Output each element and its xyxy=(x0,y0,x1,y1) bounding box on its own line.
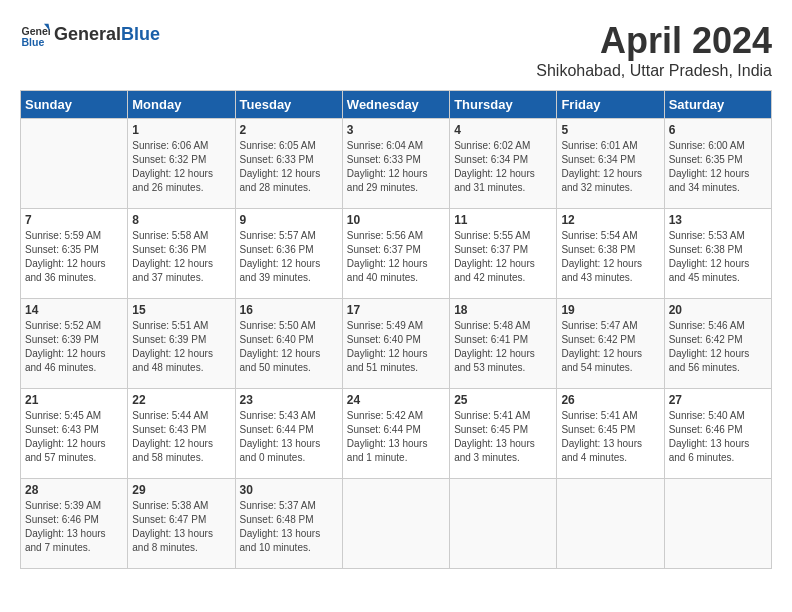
calendar-cell: 20Sunrise: 5:46 AM Sunset: 6:42 PM Dayli… xyxy=(664,299,771,389)
day-info: Sunrise: 5:54 AM Sunset: 6:38 PM Dayligh… xyxy=(561,229,659,285)
month-title: April 2024 xyxy=(536,20,772,62)
calendar-cell: 7Sunrise: 5:59 AM Sunset: 6:35 PM Daylig… xyxy=(21,209,128,299)
day-info: Sunrise: 5:48 AM Sunset: 6:41 PM Dayligh… xyxy=(454,319,552,375)
day-number: 19 xyxy=(561,303,659,317)
day-number: 6 xyxy=(669,123,767,137)
calendar-cell: 25Sunrise: 5:41 AM Sunset: 6:45 PM Dayli… xyxy=(450,389,557,479)
calendar-cell: 10Sunrise: 5:56 AM Sunset: 6:37 PM Dayli… xyxy=(342,209,449,299)
day-info: Sunrise: 5:45 AM Sunset: 6:43 PM Dayligh… xyxy=(25,409,123,465)
calendar-week-row: 21Sunrise: 5:45 AM Sunset: 6:43 PM Dayli… xyxy=(21,389,772,479)
day-info: Sunrise: 5:52 AM Sunset: 6:39 PM Dayligh… xyxy=(25,319,123,375)
calendar-cell: 12Sunrise: 5:54 AM Sunset: 6:38 PM Dayli… xyxy=(557,209,664,299)
day-number: 13 xyxy=(669,213,767,227)
calendar-cell: 11Sunrise: 5:55 AM Sunset: 6:37 PM Dayli… xyxy=(450,209,557,299)
day-info: Sunrise: 5:42 AM Sunset: 6:44 PM Dayligh… xyxy=(347,409,445,465)
svg-text:Blue: Blue xyxy=(22,36,45,48)
logo-general-text: GeneralBlue xyxy=(54,25,160,45)
day-number: 14 xyxy=(25,303,123,317)
day-number: 17 xyxy=(347,303,445,317)
day-info: Sunrise: 5:38 AM Sunset: 6:47 PM Dayligh… xyxy=(132,499,230,555)
day-info: Sunrise: 6:06 AM Sunset: 6:32 PM Dayligh… xyxy=(132,139,230,195)
calendar-cell: 23Sunrise: 5:43 AM Sunset: 6:44 PM Dayli… xyxy=(235,389,342,479)
day-info: Sunrise: 5:41 AM Sunset: 6:45 PM Dayligh… xyxy=(561,409,659,465)
day-number: 12 xyxy=(561,213,659,227)
day-info: Sunrise: 6:02 AM Sunset: 6:34 PM Dayligh… xyxy=(454,139,552,195)
day-info: Sunrise: 6:01 AM Sunset: 6:34 PM Dayligh… xyxy=(561,139,659,195)
logo-icon: General Blue xyxy=(20,20,50,50)
calendar-cell: 27Sunrise: 5:40 AM Sunset: 6:46 PM Dayli… xyxy=(664,389,771,479)
day-number: 29 xyxy=(132,483,230,497)
day-info: Sunrise: 5:41 AM Sunset: 6:45 PM Dayligh… xyxy=(454,409,552,465)
day-number: 15 xyxy=(132,303,230,317)
day-info: Sunrise: 6:04 AM Sunset: 6:33 PM Dayligh… xyxy=(347,139,445,195)
calendar-cell xyxy=(664,479,771,569)
day-number: 28 xyxy=(25,483,123,497)
header: General Blue GeneralBlue April 2024 Shik… xyxy=(20,20,772,80)
calendar-cell: 18Sunrise: 5:48 AM Sunset: 6:41 PM Dayli… xyxy=(450,299,557,389)
calendar-week-row: 28Sunrise: 5:39 AM Sunset: 6:46 PM Dayli… xyxy=(21,479,772,569)
calendar-cell xyxy=(450,479,557,569)
day-info: Sunrise: 5:50 AM Sunset: 6:40 PM Dayligh… xyxy=(240,319,338,375)
calendar-cell: 22Sunrise: 5:44 AM Sunset: 6:43 PM Dayli… xyxy=(128,389,235,479)
day-number: 8 xyxy=(132,213,230,227)
calendar-cell: 6Sunrise: 6:00 AM Sunset: 6:35 PM Daylig… xyxy=(664,119,771,209)
day-info: Sunrise: 5:58 AM Sunset: 6:36 PM Dayligh… xyxy=(132,229,230,285)
calendar-cell: 29Sunrise: 5:38 AM Sunset: 6:47 PM Dayli… xyxy=(128,479,235,569)
day-number: 16 xyxy=(240,303,338,317)
calendar-week-row: 1Sunrise: 6:06 AM Sunset: 6:32 PM Daylig… xyxy=(21,119,772,209)
day-of-week-header: Sunday xyxy=(21,91,128,119)
calendar-cell: 3Sunrise: 6:04 AM Sunset: 6:33 PM Daylig… xyxy=(342,119,449,209)
day-number: 11 xyxy=(454,213,552,227)
calendar-cell: 26Sunrise: 5:41 AM Sunset: 6:45 PM Dayli… xyxy=(557,389,664,479)
day-info: Sunrise: 6:00 AM Sunset: 6:35 PM Dayligh… xyxy=(669,139,767,195)
calendar-cell: 15Sunrise: 5:51 AM Sunset: 6:39 PM Dayli… xyxy=(128,299,235,389)
day-info: Sunrise: 5:59 AM Sunset: 6:35 PM Dayligh… xyxy=(25,229,123,285)
day-of-week-header: Tuesday xyxy=(235,91,342,119)
day-info: Sunrise: 5:39 AM Sunset: 6:46 PM Dayligh… xyxy=(25,499,123,555)
day-number: 30 xyxy=(240,483,338,497)
day-info: Sunrise: 5:47 AM Sunset: 6:42 PM Dayligh… xyxy=(561,319,659,375)
calendar-table: SundayMondayTuesdayWednesdayThursdayFrid… xyxy=(20,90,772,569)
day-number: 25 xyxy=(454,393,552,407)
calendar-cell: 21Sunrise: 5:45 AM Sunset: 6:43 PM Dayli… xyxy=(21,389,128,479)
calendar-cell: 28Sunrise: 5:39 AM Sunset: 6:46 PM Dayli… xyxy=(21,479,128,569)
day-number: 7 xyxy=(25,213,123,227)
day-info: Sunrise: 5:51 AM Sunset: 6:39 PM Dayligh… xyxy=(132,319,230,375)
calendar-cell: 2Sunrise: 6:05 AM Sunset: 6:33 PM Daylig… xyxy=(235,119,342,209)
calendar-cell: 19Sunrise: 5:47 AM Sunset: 6:42 PM Dayli… xyxy=(557,299,664,389)
calendar-cell: 9Sunrise: 5:57 AM Sunset: 6:36 PM Daylig… xyxy=(235,209,342,299)
day-number: 1 xyxy=(132,123,230,137)
day-number: 5 xyxy=(561,123,659,137)
location-subtitle: Shikohabad, Uttar Pradesh, India xyxy=(536,62,772,80)
calendar-cell: 14Sunrise: 5:52 AM Sunset: 6:39 PM Dayli… xyxy=(21,299,128,389)
day-number: 21 xyxy=(25,393,123,407)
day-number: 9 xyxy=(240,213,338,227)
day-info: Sunrise: 5:57 AM Sunset: 6:36 PM Dayligh… xyxy=(240,229,338,285)
day-info: Sunrise: 5:43 AM Sunset: 6:44 PM Dayligh… xyxy=(240,409,338,465)
title-section: April 2024 Shikohabad, Uttar Pradesh, In… xyxy=(536,20,772,80)
calendar-cell xyxy=(342,479,449,569)
day-of-week-header: Friday xyxy=(557,91,664,119)
calendar-cell: 4Sunrise: 6:02 AM Sunset: 6:34 PM Daylig… xyxy=(450,119,557,209)
day-info: Sunrise: 5:53 AM Sunset: 6:38 PM Dayligh… xyxy=(669,229,767,285)
day-of-week-header: Saturday xyxy=(664,91,771,119)
day-number: 26 xyxy=(561,393,659,407)
calendar-week-row: 14Sunrise: 5:52 AM Sunset: 6:39 PM Dayli… xyxy=(21,299,772,389)
day-number: 27 xyxy=(669,393,767,407)
calendar-cell: 8Sunrise: 5:58 AM Sunset: 6:36 PM Daylig… xyxy=(128,209,235,299)
day-number: 10 xyxy=(347,213,445,227)
logo: General Blue GeneralBlue xyxy=(20,20,160,50)
calendar-cell: 17Sunrise: 5:49 AM Sunset: 6:40 PM Dayli… xyxy=(342,299,449,389)
day-number: 3 xyxy=(347,123,445,137)
day-info: Sunrise: 5:49 AM Sunset: 6:40 PM Dayligh… xyxy=(347,319,445,375)
day-number: 18 xyxy=(454,303,552,317)
day-number: 23 xyxy=(240,393,338,407)
day-number: 2 xyxy=(240,123,338,137)
day-number: 4 xyxy=(454,123,552,137)
day-info: Sunrise: 6:05 AM Sunset: 6:33 PM Dayligh… xyxy=(240,139,338,195)
calendar-cell xyxy=(21,119,128,209)
day-info: Sunrise: 5:37 AM Sunset: 6:48 PM Dayligh… xyxy=(240,499,338,555)
calendar-cell: 13Sunrise: 5:53 AM Sunset: 6:38 PM Dayli… xyxy=(664,209,771,299)
calendar-cell: 30Sunrise: 5:37 AM Sunset: 6:48 PM Dayli… xyxy=(235,479,342,569)
day-of-week-header: Wednesday xyxy=(342,91,449,119)
